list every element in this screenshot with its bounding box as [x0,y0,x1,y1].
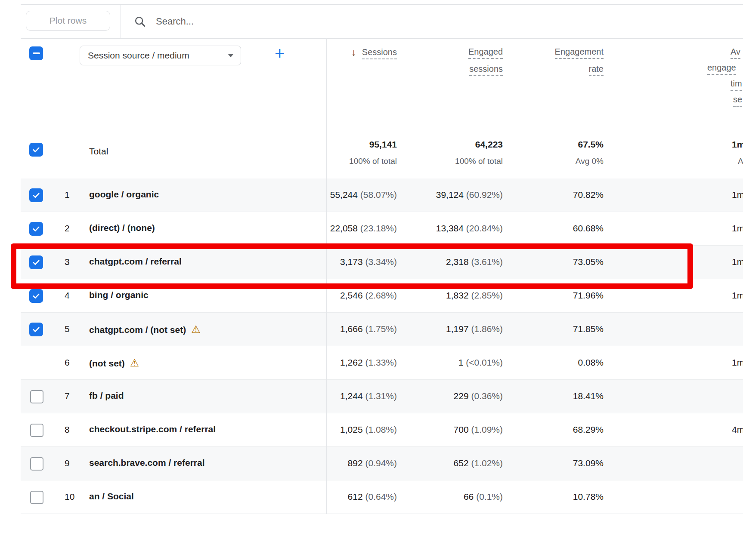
column-header-avg-engagement-time-line3: tim [731,79,742,91]
cell-engaged-sessions: 1,197 (1.86%) [446,324,503,334]
table-toolbar: Plot rows [21,4,743,39]
cell-sessions: 1,666 (1.75%) [340,324,397,334]
search-icon [133,15,146,28]
total-avg-engagement-time: 1m A [732,139,743,166]
analytics-table-view: Plot rows Session source / medium + ↓ Se… [0,0,743,560]
row-dimension-label: search.brave.com / referral [89,458,205,468]
cell-engagement-rate: 60.68% [573,223,604,234]
cell-engaged-sessions: 2,318 (3.61%) [446,257,503,267]
row-dimension-label: (direct) / (none) [89,223,155,233]
cell-engagement-rate: 71.85% [573,324,604,334]
cell-engagement-rate: 68.29% [573,425,604,435]
total-engaged-sessions: 64,223 100% of total [455,139,503,166]
checkmark-icon [32,292,40,300]
table-row-7: 7fb / paid1,244 (1.31%)229 (0.36%)18.41% [21,380,743,413]
cell-engaged-percent: (60.92%) [466,190,503,200]
column-header-rate-line1: Engagement [555,47,604,59]
row-checkbox[interactable] [29,255,43,269]
row-number: 8 [65,425,70,435]
checkmark-icon [32,258,40,267]
cell-sessions: 1,244 (1.31%) [340,391,397,401]
cell-engagement-rate: 10.78% [573,492,604,502]
cell-engaged-sessions: 700 (1.09%) [454,425,503,435]
column-header-engaged-line1: Engaged [468,47,503,59]
column-header-sessions-label: Sessions [362,48,397,59]
select-all-checkbox[interactable] [29,46,43,60]
sort-descending-icon: ↓ [351,48,356,57]
table-row-5: 5chatgpt.com / (not set)⚠1,666 (1.75%)1,… [21,313,743,346]
checkmark-icon [32,225,40,233]
total-row-checkbox[interactable] [29,143,43,157]
cell-avg-engagement-time: 1m [732,190,743,200]
row-dimension-label: chatgpt.com / referral [89,256,182,267]
cell-engaged-sessions: 1 (<0.01%) [458,357,503,368]
total-row: Total 95,141 100% of total 64,223 100% o… [21,124,743,179]
search-input[interactable] [155,15,398,28]
row-dimension-label: checkout.stripe.com / referral [89,424,216,434]
row-checkbox[interactable] [30,390,43,403]
column-header-engagement-rate[interactable]: Engagement rate [555,47,604,82]
cell-sessions-percent: (3.34%) [365,257,397,267]
warning-icon: ⚠ [191,323,201,335]
row-checkbox[interactable] [29,289,43,303]
table-row-4: 4bing / organic2,546 (2.68%)1,832 (2.85%… [21,279,743,313]
checkmark-icon [32,325,40,334]
add-column-button[interactable]: + [275,45,285,62]
row-checkbox[interactable] [29,222,43,236]
row-checkbox[interactable] [30,491,43,504]
table-row-3: 3chatgpt.com / referral3,173 (3.34%)2,31… [21,246,743,279]
toolbar-divider [121,5,121,38]
column-header-sessions[interactable]: ↓ Sessions [351,47,397,65]
cell-sessions-percent: (23.18%) [360,223,397,233]
cell-engaged-percent: (0.1%) [476,492,503,502]
row-dimension-label: google / organic [89,189,159,200]
search-area [133,5,398,38]
row-number: 7 [65,391,70,401]
row-dimension-label: an / Social [89,491,134,502]
total-engagement-rate: 67.5% Avg 0% [576,139,604,166]
cell-engagement-rate: 18.41% [573,391,604,401]
table-row-8: 8checkout.stripe.com / referral1,025 (1.… [21,413,743,447]
row-checkbox[interactable] [30,457,43,471]
column-header-engaged-sessions[interactable]: Engaged sessions [468,47,503,82]
row-checkbox[interactable] [29,323,43,336]
cell-engaged-percent: (<0.01%) [466,357,503,367]
column-divider [326,38,327,514]
cell-engaged-percent: (1.02%) [471,458,503,468]
cell-engaged-sessions: 66 (0.1%) [464,492,503,502]
row-dimension-label: (not set)⚠ [89,357,139,369]
cell-engaged-percent: (1.09%) [471,425,503,434]
row-number: 4 [65,290,70,301]
column-header-avg-engagement-time[interactable]: Av [731,47,740,59]
plot-rows-button[interactable]: Plot rows [26,11,110,31]
row-checkbox[interactable] [30,424,43,437]
table-row-10: 10an / Social612 (0.64%)66 (0.1%)10.78% [21,480,743,514]
cell-engaged-sessions: 229 (0.36%) [454,391,503,401]
table-row-6: 6(not set)⚠1,262 (1.33%)1 (<0.01%)0.08%1… [21,346,743,380]
cell-avg-engagement-time: 1m [732,357,743,368]
row-number: 3 [65,257,70,267]
dimension-selector[interactable]: Session source / medium [80,46,241,65]
cell-sessions: 1,025 (1.08%) [340,425,397,435]
row-number: 1 [65,190,70,200]
cell-sessions-percent: (1.75%) [365,324,397,334]
cell-engaged-percent: (3.61%) [471,257,503,267]
cell-sessions: 22,058 (23.18%) [330,223,397,234]
cell-engaged-sessions: 39,124 (60.92%) [436,190,503,200]
cell-sessions-percent: (1.08%) [365,425,397,434]
table-row-2: 2(direct) / (none)22,058 (23.18%)13,384 … [21,212,743,246]
row-dimension-label: chatgpt.com / (not set)⚠ [89,323,201,335]
column-header-avg-engagement-time-line2: engage [707,63,736,75]
row-number: 2 [65,223,70,234]
checkmark-icon [32,145,40,154]
row-checkbox[interactable] [29,188,43,202]
column-header-rate-line2: rate [589,65,604,76]
row-number: 6 [65,357,70,368]
cell-engagement-rate: 71.96% [573,290,604,301]
cell-sessions-percent: (1.31%) [365,391,397,401]
row-number: 9 [65,458,70,468]
total-label: Total [89,146,108,157]
cell-engaged-sessions: 1,832 (2.85%) [446,290,503,301]
cell-sessions: 2,546 (2.68%) [340,290,397,301]
cell-avg-engagement-time: 1m [732,223,743,234]
